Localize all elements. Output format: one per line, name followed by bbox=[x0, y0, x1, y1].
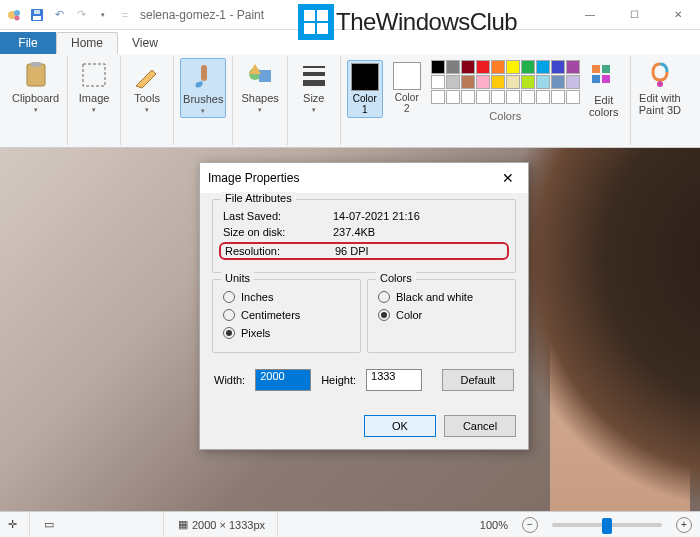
brushes-button[interactable]: Brushes ▾ bbox=[180, 58, 226, 118]
color-swatch[interactable] bbox=[551, 90, 565, 104]
color-swatch[interactable] bbox=[446, 90, 460, 104]
svg-rect-4 bbox=[33, 16, 41, 20]
group-clipboard: Clipboard ▾ bbox=[4, 56, 68, 145]
quick-access-toolbar: ↶ ↷ ▾ = bbox=[0, 6, 134, 24]
svg-rect-7 bbox=[31, 62, 41, 67]
cursor-position: ✛ bbox=[8, 512, 30, 537]
color-swatch[interactable] bbox=[506, 90, 520, 104]
zoom-thumb[interactable] bbox=[602, 518, 612, 534]
color-swatch[interactable] bbox=[491, 75, 505, 89]
radio-pixels[interactable]: Pixels bbox=[223, 324, 350, 342]
color-swatch[interactable] bbox=[491, 60, 505, 74]
save-icon[interactable] bbox=[28, 6, 46, 24]
color-swatch[interactable] bbox=[566, 75, 580, 89]
zoom-out-button[interactable]: − bbox=[522, 517, 538, 533]
default-button[interactable]: Default bbox=[442, 369, 514, 391]
paint3d-button[interactable]: Edit with Paint 3D bbox=[637, 58, 683, 118]
color-swatch[interactable] bbox=[521, 60, 535, 74]
color-swatch[interactable] bbox=[521, 90, 535, 104]
height-input[interactable]: 1333 bbox=[366, 369, 422, 391]
close-button[interactable]: ✕ bbox=[656, 0, 700, 30]
color-swatch[interactable] bbox=[506, 75, 520, 89]
size-button[interactable]: Size ▾ bbox=[294, 58, 334, 116]
color-swatch[interactable] bbox=[506, 60, 520, 74]
color-swatch[interactable] bbox=[476, 60, 490, 74]
size-label: Size bbox=[303, 92, 324, 104]
maximize-button[interactable]: ☐ bbox=[612, 0, 656, 30]
last-saved-value: 14-07-2021 21:16 bbox=[333, 210, 420, 222]
color-swatch[interactable] bbox=[446, 60, 460, 74]
svg-rect-15 bbox=[592, 65, 600, 73]
colors-group-label: Colors bbox=[489, 110, 521, 122]
color-swatch[interactable] bbox=[491, 90, 505, 104]
color-swatch[interactable] bbox=[536, 90, 550, 104]
color-swatch[interactable] bbox=[431, 90, 445, 104]
radio-bw-label: Black and white bbox=[396, 291, 473, 303]
color-swatch[interactable] bbox=[551, 60, 565, 74]
zoom-in-button[interactable]: + bbox=[676, 517, 692, 533]
color-swatch[interactable] bbox=[476, 75, 490, 89]
edit-colors-button[interactable]: Edit colors bbox=[584, 60, 624, 120]
group-size: Size ▾ bbox=[288, 56, 341, 145]
radio-color[interactable]: Color bbox=[378, 306, 505, 324]
file-attributes-group: File Attributes Last Saved:14-07-2021 21… bbox=[212, 199, 516, 273]
dimensions-icon: ▦ bbox=[178, 518, 188, 531]
width-input[interactable]: 2000 bbox=[255, 369, 311, 391]
chevron-down-icon: ▾ bbox=[145, 106, 149, 114]
chevron-down-icon: ▾ bbox=[201, 107, 205, 115]
color-swatch[interactable] bbox=[446, 75, 460, 89]
svg-rect-5 bbox=[34, 10, 40, 14]
svg-rect-14 bbox=[303, 80, 325, 86]
dialog-close-button[interactable]: ✕ bbox=[496, 170, 520, 186]
group-brushes: Brushes ▾ bbox=[174, 56, 233, 145]
undo-icon[interactable]: ↶ bbox=[50, 6, 68, 24]
redo-icon[interactable]: ↷ bbox=[72, 6, 90, 24]
color-swatch[interactable] bbox=[566, 90, 580, 104]
edit-colors-label: Edit colors bbox=[589, 94, 618, 118]
color-swatch[interactable] bbox=[521, 75, 535, 89]
clipboard-label: Clipboard bbox=[12, 92, 59, 104]
svg-rect-8 bbox=[83, 64, 105, 86]
color-swatch[interactable] bbox=[551, 75, 565, 89]
chevron-down-icon: ▾ bbox=[34, 106, 38, 114]
color-swatch[interactable] bbox=[461, 75, 475, 89]
color-swatch[interactable] bbox=[431, 75, 445, 89]
image-select-button[interactable]: Image ▾ bbox=[74, 58, 114, 116]
minimize-button[interactable]: — bbox=[568, 0, 612, 30]
dialog-titlebar[interactable]: Image Properties ✕ bbox=[200, 163, 528, 193]
color1-swatch bbox=[351, 63, 379, 91]
tab-home[interactable]: Home bbox=[56, 32, 118, 54]
color2-button[interactable]: Color 2 bbox=[387, 60, 427, 116]
color-palette[interactable] bbox=[431, 60, 580, 104]
tools-button[interactable]: Tools ▾ bbox=[127, 58, 167, 116]
paint3d-label: Edit with Paint 3D bbox=[639, 92, 681, 116]
radio-bw[interactable]: Black and white bbox=[378, 288, 505, 306]
chevron-down-icon: ▾ bbox=[312, 106, 316, 114]
color-swatch[interactable] bbox=[431, 60, 445, 74]
color-swatch[interactable] bbox=[536, 75, 550, 89]
svg-rect-9 bbox=[201, 65, 207, 81]
color-swatch[interactable] bbox=[461, 90, 475, 104]
group-paint3d: Edit with Paint 3D bbox=[631, 56, 689, 145]
selection-icon: ▭ bbox=[44, 518, 54, 531]
ok-button[interactable]: OK bbox=[364, 415, 436, 437]
color-swatch[interactable] bbox=[536, 60, 550, 74]
zoom-slider[interactable] bbox=[552, 523, 662, 527]
units-legend: Units bbox=[221, 272, 254, 284]
cancel-button[interactable]: Cancel bbox=[444, 415, 516, 437]
shapes-button[interactable]: Shapes ▾ bbox=[239, 58, 280, 116]
svg-rect-11 bbox=[259, 70, 271, 82]
tab-file[interactable]: File bbox=[0, 32, 56, 54]
ribbon: Clipboard ▾ Image ▾ Tools ▾ Brushes ▾ Sh… bbox=[0, 54, 700, 148]
svg-point-1 bbox=[14, 10, 20, 16]
color-swatch[interactable] bbox=[476, 90, 490, 104]
size-on-disk-value: 237.4KB bbox=[333, 226, 375, 238]
color-swatch[interactable] bbox=[461, 60, 475, 74]
clipboard-button[interactable]: Clipboard ▾ bbox=[10, 58, 61, 116]
color1-button[interactable]: Color 1 bbox=[347, 60, 383, 118]
radio-inches[interactable]: Inches bbox=[223, 288, 350, 306]
color-swatch[interactable] bbox=[566, 60, 580, 74]
tab-view[interactable]: View bbox=[118, 32, 172, 54]
qat-dropdown[interactable]: ▾ bbox=[94, 6, 112, 24]
radio-centimeters[interactable]: Centimeters bbox=[223, 306, 350, 324]
